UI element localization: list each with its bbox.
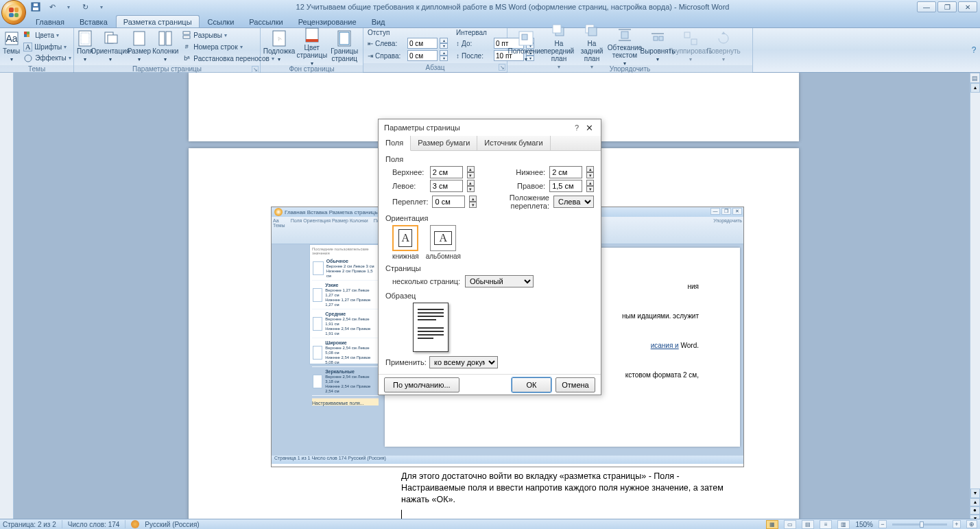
position-button[interactable]: Положение▾ (510, 30, 542, 64)
indent-right-down[interactable]: ▾ (440, 56, 448, 61)
page-color-button[interactable]: Цвет страницы▾ (296, 30, 328, 64)
minimize-button[interactable]: — (917, 1, 936, 12)
view-print-layout[interactable]: ▦ (766, 520, 778, 529)
scroll-up[interactable]: ▴ (970, 83, 980, 93)
indent-right-up[interactable]: ▴ (440, 50, 448, 56)
gutter-up[interactable]: ▴ (469, 196, 476, 202)
margin-bottom-input[interactable] (549, 166, 582, 178)
margin-top-up[interactable]: ▴ (467, 166, 475, 172)
restore-button[interactable]: ❐ (937, 1, 957, 12)
page-setup-launcher[interactable]: ↘ (252, 66, 259, 73)
office-button[interactable] (1, 0, 26, 25)
vertical-scrollbar[interactable]: ▴ ▾ (970, 83, 980, 498)
apply-to-select[interactable]: ко всему документу (429, 356, 498, 368)
view-web-layout[interactable]: ▤ (802, 520, 814, 529)
undo-button[interactable]: ↶ (45, 1, 59, 13)
page-borders-button[interactable]: Границы страниц (329, 30, 361, 64)
margin-top-input[interactable] (430, 166, 463, 178)
theme-fonts-button[interactable]: AШрифты (21, 42, 73, 52)
margin-top-down[interactable]: ▾ (467, 172, 475, 178)
status-word-count[interactable]: Число слов: 174 (68, 521, 120, 528)
orientation-landscape[interactable]: A альбомная (426, 225, 461, 260)
dialog-tab-2[interactable]: Источник бумаги (477, 136, 550, 150)
themes-button[interactable]: Aa Темы▾ (3, 30, 20, 64)
margins-button[interactable]: Поля▾ (77, 30, 93, 64)
margin-bottom-up[interactable]: ▴ (586, 166, 594, 172)
theme-colors-button[interactable]: Цвета (21, 30, 73, 41)
orientation-button[interactable]: Ориентация▾ (95, 30, 126, 64)
size-button[interactable]: Размер▾ (128, 30, 151, 64)
text-wrap-button[interactable]: Обтекание текстом▾ (609, 30, 641, 64)
svg-rect-13 (108, 35, 117, 43)
dialog-tabs: ПоляРазмер бумагиИсточник бумаги (379, 136, 601, 151)
document-body-text[interactable]: Для этого достаточно войти во вкладку «р… (401, 471, 724, 519)
qat-customize[interactable] (95, 1, 108, 13)
orientation-portrait[interactable]: A книжная (392, 225, 419, 260)
dialog-help-button[interactable]: ? (571, 124, 583, 132)
embed-dd-item: УзкиеВерхнее 1,27 см Левое 1,27 смНижнее… (312, 281, 379, 309)
prev-page-button[interactable]: ▴ (970, 498, 980, 506)
margin-left-up[interactable]: ▴ (467, 180, 475, 186)
send-back-button[interactable]: На задний план▾ (576, 30, 608, 64)
multiple-pages-select[interactable]: Обычный (465, 275, 534, 287)
rotate-button[interactable]: Повернуть▾ (708, 30, 739, 64)
undo-more-button[interactable] (62, 1, 75, 13)
view-full-screen[interactable]: ▭ (784, 520, 796, 529)
align-button[interactable]: Выровнять▾ (642, 30, 673, 64)
indent-left-up[interactable]: ▴ (440, 38, 448, 43)
zoom-fit[interactable]: ⊕ (966, 520, 977, 528)
default-button[interactable]: По умолчанию... (384, 377, 459, 392)
status-page[interactable]: Страница: 2 из 2 (3, 521, 56, 528)
scroll-down[interactable]: ▾ (970, 489, 980, 498)
svg-rect-26 (522, 34, 527, 40)
ribbon-tabs: ГлавнаяВставкаРазметка страницыСсылкиРас… (0, 14, 980, 27)
watermark-button[interactable]: AПодложка▾ (263, 30, 295, 64)
view-draft[interactable]: ▥ (837, 520, 850, 529)
browse-object-button[interactable]: ● (970, 506, 980, 515)
ok-button[interactable]: ОК (512, 377, 551, 392)
theme-effects-button[interactable]: Эффекты (21, 53, 73, 64)
tab-рецензирование[interactable]: Рецензирование (291, 16, 363, 27)
bring-forward-button[interactable]: На передний план▾ (543, 30, 575, 64)
paragraph-launcher[interactable]: ↘ (499, 64, 505, 71)
close-button[interactable]: ✕ (958, 1, 977, 12)
gutter-down[interactable]: ▾ (469, 202, 476, 208)
cancel-button[interactable]: Отмена (555, 377, 595, 392)
dialog-close-button[interactable]: ✕ (583, 123, 595, 133)
ribbon-help-button[interactable]: ? (968, 28, 980, 72)
zoom-out[interactable]: − (879, 520, 887, 528)
indent-left-input[interactable] (407, 38, 438, 49)
tab-рассылки[interactable]: Рассылки (242, 16, 289, 27)
status-language[interactable]: Русский (Россия) (145, 521, 199, 528)
zoom-in[interactable]: + (953, 520, 961, 528)
margin-right-up[interactable]: ▴ (586, 180, 594, 186)
vertical-ruler[interactable] (0, 73, 14, 519)
group-themes: Темы (0, 65, 73, 73)
margin-right-down[interactable]: ▾ (586, 186, 594, 192)
margin-bottom-down[interactable]: ▾ (586, 172, 594, 178)
indent-right-input[interactable] (407, 50, 438, 61)
columns-button[interactable]: Колонки▾ (152, 30, 178, 64)
tab-вставка[interactable]: Вставка (73, 16, 115, 27)
view-outline[interactable]: ≡ (820, 520, 832, 529)
gutter-input[interactable] (432, 196, 465, 208)
tab-ссылки[interactable]: Ссылки (201, 16, 241, 27)
tab-разметка-страницы[interactable]: Разметка страницы (116, 15, 200, 27)
margin-right-input[interactable] (549, 180, 582, 192)
dialog-tab-0[interactable]: Поля (379, 136, 411, 151)
dialog-tab-1[interactable]: Размер бумаги (411, 136, 477, 150)
zoom-value[interactable]: 150% (855, 521, 873, 528)
group-button[interactable]: Группировать▾ (675, 30, 706, 64)
margin-left-input[interactable] (430, 180, 463, 192)
save-button[interactable] (29, 1, 43, 13)
redo-button[interactable]: ↻ (78, 1, 92, 13)
gutter-position-select[interactable]: Слева (553, 196, 594, 208)
proofing-icon[interactable] (131, 520, 139, 528)
indent-left-down[interactable]: ▾ (440, 43, 448, 49)
margins-section-header: Поля (385, 155, 594, 163)
tab-вид[interactable]: Вид (365, 16, 392, 27)
zoom-slider[interactable] (892, 524, 947, 526)
margin-left-down[interactable]: ▾ (467, 186, 475, 192)
tab-главная[interactable]: Главная (29, 16, 71, 27)
ruler-toggle[interactable]: ▤ (970, 73, 980, 83)
